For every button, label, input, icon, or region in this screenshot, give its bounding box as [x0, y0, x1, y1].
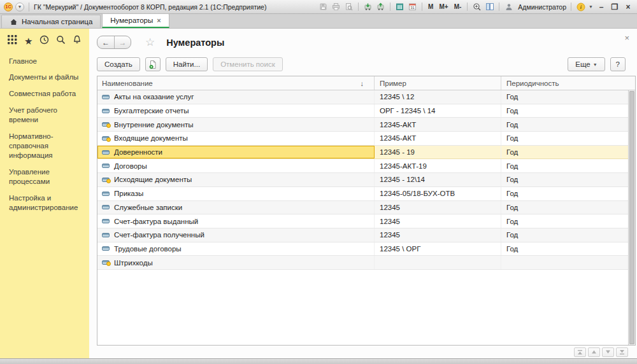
export-icon[interactable]: [363, 2, 373, 11]
cell-example[interactable]: 12345-АКТ: [375, 132, 501, 145]
close-window-button[interactable]: ×: [623, 3, 633, 11]
create-by-copy-button[interactable]: [145, 57, 161, 71]
go-previous-button[interactable]: [588, 347, 600, 357]
import-icon[interactable]: [376, 2, 385, 11]
cell-period[interactable]: Год: [501, 146, 628, 159]
column-header-name[interactable]: Наименование ↓: [97, 76, 375, 90]
search-icon[interactable]: [56, 35, 66, 47]
calendar-day-icon[interactable]: 31: [408, 2, 417, 11]
cell-name[interactable]: Договоры: [97, 159, 375, 172]
sidebar-item[interactable]: Управление процессами: [0, 164, 88, 190]
table-row[interactable]: Входящие документы 12345-АКТ Год: [97, 132, 628, 146]
cell-example[interactable]: ОРГ - 12345 \ 14: [375, 104, 501, 118]
cell-period[interactable]: Год: [501, 242, 628, 256]
cell-example[interactable]: 12345 \ 12: [375, 90, 501, 104]
cell-example[interactable]: 12345: [375, 228, 501, 242]
find-button[interactable]: Найти...: [166, 57, 208, 71]
table-row[interactable]: Трудовые договоры 12345 \ ОРГ Год: [97, 242, 628, 256]
current-user-label[interactable]: Администратор: [518, 3, 566, 11]
cell-name[interactable]: Акты на оказание услуг: [97, 90, 375, 104]
tab-home[interactable]: Начальная страница: [1, 15, 101, 28]
more-button[interactable]: Еще▼: [568, 57, 605, 71]
back-button[interactable]: ←: [97, 36, 114, 48]
memory-plus-button[interactable]: M+: [438, 3, 449, 10]
sections-menu-icon[interactable]: [8, 35, 17, 47]
column-header-period[interactable]: Периодичность: [501, 76, 635, 90]
cell-period[interactable]: Год: [501, 118, 628, 131]
cell-period[interactable]: Год: [501, 173, 628, 186]
sidebar-item[interactable]: Нормативно-справочная информация: [0, 129, 88, 164]
table-row[interactable]: Доверенности 12345 - 19 Год: [97, 146, 628, 160]
main-menu-button[interactable]: ▼: [15, 3, 24, 11]
help-button[interactable]: ?: [610, 57, 626, 71]
cell-period[interactable]: Год: [501, 214, 628, 228]
history-icon[interactable]: [39, 35, 49, 47]
table-row[interactable]: Счет-фактура полученный 12345 Год: [97, 228, 628, 242]
forward-button[interactable]: →: [114, 36, 131, 48]
info-icon[interactable]: i: [576, 2, 585, 11]
notifications-bell-icon[interactable]: [73, 35, 82, 47]
cell-name[interactable]: Приказы: [97, 187, 375, 200]
table-row[interactable]: Счет-фактура выданный 12345 Год: [97, 214, 628, 228]
table-row[interactable]: Служебные записки 12345 Год: [97, 201, 628, 215]
cancel-search-button[interactable]: Отменить поиск: [213, 57, 283, 71]
cell-period[interactable]: Год: [501, 201, 628, 214]
cell-example[interactable]: 12345-05/18-БУХ-ОТВ: [375, 187, 501, 200]
memory-button[interactable]: M: [427, 3, 434, 10]
cell-name[interactable]: Штрихкоды: [97, 256, 375, 269]
cell-example[interactable]: 12345: [375, 201, 501, 214]
cell-name[interactable]: Входящие документы: [97, 132, 375, 145]
cell-name[interactable]: Внутренние документы: [97, 118, 375, 131]
table-row[interactable]: Приказы 12345-05/18-БУХ-ОТВ Год: [97, 187, 628, 201]
cell-period[interactable]: Год: [501, 187, 628, 200]
minimize-button[interactable]: –: [596, 3, 606, 11]
split-view-icon[interactable]: [485, 2, 494, 11]
sidebar-item[interactable]: Настройка и администрирование: [0, 190, 88, 216]
table-row[interactable]: Исходящие документы 12345 - 12\14 Год: [97, 173, 628, 187]
go-last-button[interactable]: [616, 347, 628, 357]
cell-period[interactable]: Год: [501, 228, 628, 242]
table-row[interactable]: Бухгалтерские отчеты ОРГ - 12345 \ 14 Го…: [97, 104, 628, 118]
cell-period[interactable]: [501, 256, 628, 269]
cell-name[interactable]: Исходящие документы: [97, 173, 375, 186]
zoom-icon[interactable]: [472, 2, 482, 11]
cell-example[interactable]: 12345-АКТ-19: [375, 159, 501, 172]
cell-example[interactable]: 12345 - 19: [375, 146, 501, 159]
cell-example[interactable]: [375, 256, 501, 269]
memory-minus-button[interactable]: M-: [453, 3, 463, 10]
cell-example[interactable]: 12345 \ ОРГ: [375, 242, 501, 256]
cell-name[interactable]: Доверенности: [97, 146, 375, 159]
cell-period[interactable]: Год: [501, 104, 628, 118]
favorites-icon[interactable]: ★: [24, 36, 32, 46]
print-preview-icon[interactable]: [344, 2, 354, 11]
cell-period[interactable]: Год: [501, 159, 628, 172]
save-icon[interactable]: [318, 2, 328, 11]
cell-example[interactable]: 12345-АКТ: [375, 118, 501, 131]
print-icon[interactable]: [331, 2, 341, 11]
cell-name[interactable]: Бухгалтерские отчеты: [97, 104, 375, 118]
cell-name[interactable]: Счет-фактура выданный: [97, 214, 375, 228]
cell-period[interactable]: Год: [501, 90, 628, 104]
cell-name[interactable]: Счет-фактура полученный: [97, 228, 375, 242]
form-close-icon[interactable]: ×: [624, 34, 629, 42]
table-row[interactable]: Акты на оказание услуг 12345 \ 12 Год: [97, 90, 628, 104]
maximize-button[interactable]: ❐: [610, 3, 620, 11]
vertical-scrollbar[interactable]: [628, 90, 635, 345]
tab-close-icon[interactable]: ×: [157, 17, 161, 24]
sidebar-item[interactable]: Главное: [0, 53, 88, 69]
tab-numerators[interactable]: Нумераторы ×: [102, 13, 169, 28]
go-first-button[interactable]: [574, 347, 586, 357]
cell-name[interactable]: Трудовые договоры: [97, 242, 375, 256]
go-next-button[interactable]: [602, 347, 614, 357]
table-row[interactable]: Договоры 12345-АКТ-19 Год: [97, 159, 628, 173]
sidebar-item[interactable]: Учет рабочего времени: [0, 102, 88, 129]
table-row[interactable]: Внутренние документы 12345-АКТ Год: [97, 118, 628, 132]
cell-example[interactable]: 12345 - 12\14: [375, 173, 501, 186]
chevron-down-icon[interactable]: ▼: [589, 4, 593, 9]
scrollbar-thumb[interactable]: [629, 91, 634, 344]
column-header-example[interactable]: Пример: [375, 76, 501, 90]
favorite-star-icon[interactable]: ☆: [145, 37, 155, 48]
calendar-icon[interactable]: [395, 2, 404, 11]
sidebar-item[interactable]: Документы и файлы: [0, 69, 88, 86]
create-button[interactable]: Создать: [97, 57, 140, 71]
